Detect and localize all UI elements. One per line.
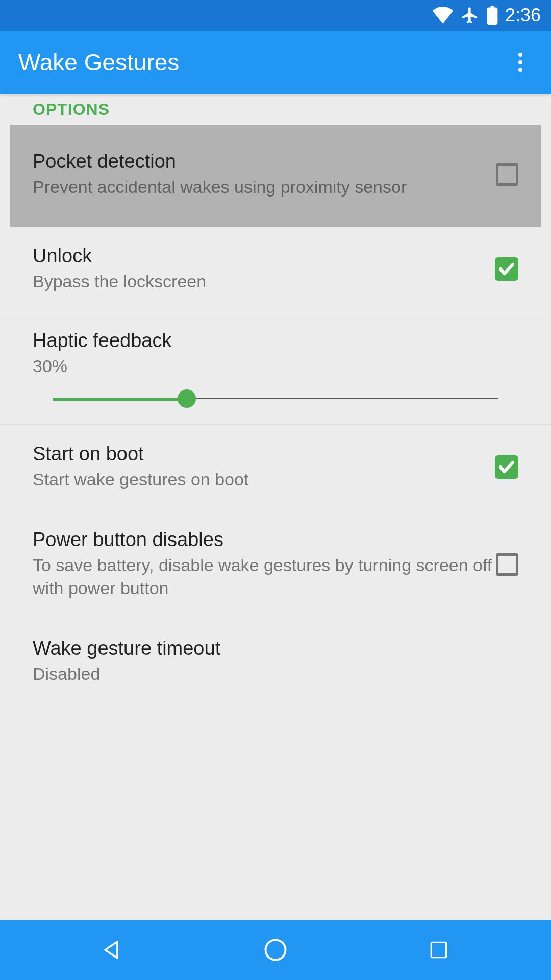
- option-title: Pocket detection: [33, 151, 496, 173]
- slider-thumb-icon[interactable]: [178, 389, 196, 408]
- checkbox-checked-icon[interactable]: [495, 455, 518, 479]
- option-subtitle: Disabled: [33, 663, 518, 686]
- slider-track-empty: [187, 398, 498, 399]
- navigation-bar: [0, 920, 551, 980]
- section-header-options: OPTIONS: [0, 94, 551, 125]
- option-title: Wake gesture timeout: [33, 638, 518, 659]
- settings-list: OPTIONS Pocket detection Prevent acciden…: [0, 94, 551, 920]
- checkbox-unchecked-icon[interactable]: [496, 163, 518, 186]
- status-time: 2:36: [505, 5, 541, 26]
- option-subtitle: Bypass the lockscreen: [33, 270, 495, 293]
- option-wake-gesture-timeout[interactable]: Wake gesture timeout Disabled: [0, 619, 551, 704]
- wifi-icon: [433, 7, 453, 24]
- battery-icon: [487, 6, 498, 25]
- checkbox-unchecked-icon[interactable]: [496, 553, 518, 576]
- option-power-button-disables[interactable]: Power button disables To save battery, d…: [0, 510, 551, 620]
- option-haptic-feedback[interactable]: Haptic feedback 30%: [0, 312, 551, 425]
- nav-back-button[interactable]: [97, 935, 128, 965]
- checkbox-checked-icon[interactable]: [495, 257, 518, 281]
- slider-track-filled: [53, 398, 187, 401]
- app-bar: Wake Gestures: [0, 31, 551, 94]
- option-title: Haptic feedback: [33, 330, 518, 352]
- nav-recent-button[interactable]: [423, 935, 454, 965]
- overflow-menu-button[interactable]: [508, 50, 533, 75]
- option-subtitle: Prevent accidental wakes using proximity…: [33, 176, 496, 199]
- option-subtitle: Start wake gestures on boot: [33, 468, 495, 492]
- option-start-on-boot[interactable]: Start on boot Start wake gestures on boo…: [0, 425, 551, 510]
- option-pocket-detection[interactable]: Pocket detection Prevent accidental wake…: [10, 125, 541, 227]
- option-value: 30%: [33, 355, 518, 378]
- option-title: Unlock: [33, 245, 495, 267]
- status-bar: 2:36: [0, 0, 551, 31]
- haptic-slider[interactable]: [53, 388, 498, 409]
- airplane-icon: [460, 6, 480, 25]
- nav-home-button[interactable]: [260, 935, 291, 965]
- option-unlock[interactable]: Unlock Bypass the lockscreen: [0, 227, 551, 312]
- option-title: Power button disables: [33, 529, 496, 551]
- option-title: Start on boot: [33, 443, 495, 465]
- svg-rect-1: [431, 942, 446, 957]
- page-title: Wake Gestures: [18, 48, 179, 76]
- svg-point-0: [266, 940, 286, 960]
- dots-icon: [518, 53, 522, 57]
- option-subtitle: To save battery, disable wake gestures b…: [33, 554, 496, 601]
